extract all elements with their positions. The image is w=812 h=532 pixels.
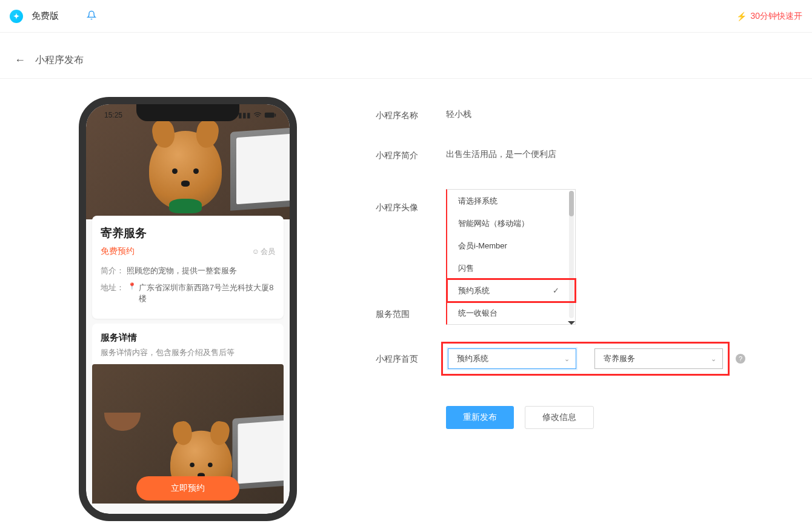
button-row: 重新发布 修改信息 <box>446 406 812 429</box>
svg-rect-1 <box>275 114 276 117</box>
price-tag: 免费预约 <box>101 246 135 257</box>
intro-label: 小程序简介 <box>376 149 446 161</box>
bell-icon[interactable] <box>87 10 96 22</box>
service-title: 寄养服务 <box>101 225 275 241</box>
intro-text: 照顾您的宠物，提供一整套服务 <box>127 265 237 276</box>
dropdown-item-placeholder[interactable]: 请选择系统 <box>447 190 575 212</box>
homepage-label: 小程序首页 <box>376 353 446 365</box>
wifi-icon <box>253 112 262 118</box>
bolt-icon: ⚡ <box>736 12 747 21</box>
dropdown-item-booking[interactable]: 预约系统 ✓ <box>447 279 575 302</box>
phone-screen: 15:25 ▮▮▮ 寄养服务 <box>86 104 290 514</box>
phone-preview-column: 15:25 ▮▮▮ 寄养服务 <box>0 97 376 521</box>
homepage-row: 小程序首页 预约系统 ⌄ 寄养服务 ⌄ ? <box>376 342 812 376</box>
hero-laptop <box>230 127 290 211</box>
form-column: 小程序名称 轻小栈 小程序简介 出售生活用品，是一个便利店 小程序头像 请选择系… <box>376 97 812 521</box>
addr-text: 广东省深圳市新西路7号兰光科技大厦8楼 <box>139 282 275 304</box>
homepage-select-group: 预约系统 ⌄ 寄养服务 ⌄ <box>441 342 730 376</box>
detail-title: 服务详情 <box>101 332 275 344</box>
detail-sub: 服务详情内容，包含服务介绍及售后等 <box>101 347 275 358</box>
dropdown-item-booking-label: 预约系统 <box>458 285 490 296</box>
homepage-page-value: 寄养服务 <box>604 353 635 364</box>
check-icon: ✓ <box>553 286 559 295</box>
book-now-button[interactable]: 立即预约 <box>136 476 239 500</box>
addr-label: 地址： <box>101 282 124 304</box>
page-title: 小程序发布 <box>35 54 84 67</box>
version-label: 免费版 <box>32 10 59 22</box>
svg-rect-0 <box>265 113 275 118</box>
dropdown-item-cashier[interactable]: 统一收银台 <box>447 302 575 324</box>
intro-row: 小程序简介 出售生活用品，是一个便利店 <box>376 149 812 161</box>
main-content: 15:25 ▮▮▮ 寄养服务 <box>0 79 812 532</box>
avatar-label: 小程序头像 <box>376 189 446 213</box>
address-line: 地址： 📍 广东省深圳市新西路7号兰光科技大厦8楼 <box>101 282 275 304</box>
member-text: 会员 <box>261 247 275 257</box>
name-value: 轻小栈 <box>446 109 471 120</box>
dropdown-item-member[interactable]: 会员i-Member <box>447 234 575 257</box>
battery-icon <box>264 112 276 118</box>
system-dropdown[interactable]: 请选择系统 智能网站（移动端） 会员i-Member 闪售 预约系统 ✓ 统一收… <box>446 189 576 325</box>
status-icons: ▮▮▮ <box>238 111 276 119</box>
quick-start-text: 30分钟快速开 <box>750 11 802 22</box>
quick-start-link[interactable]: ⚡ 30分钟快速开 <box>736 11 802 22</box>
service-card: 寄养服务 免费预约 ☺ 会员 简介： 照顾您的宠物，提供一整套服务 地址： <box>92 216 284 319</box>
phone-frame: 15:25 ▮▮▮ 寄养服务 <box>79 97 297 521</box>
avatar-row: 小程序头像 请选择系统 智能网站（移动端） 会员i-Member 闪售 预约系统… <box>376 189 812 325</box>
chevron-down-icon: ⌄ <box>711 355 716 363</box>
homepage-page-select[interactable]: 寄养服务 ⌄ <box>594 348 723 369</box>
intro-label: 简介： <box>101 265 124 276</box>
status-time: 15:25 <box>104 111 122 119</box>
dropdown-item-flash[interactable]: 闪售 <box>447 257 575 279</box>
chevron-down-icon: ⌄ <box>564 355 570 363</box>
hero-dog <box>149 131 222 210</box>
name-row: 小程序名称 轻小栈 <box>376 109 812 121</box>
homepage-system-select[interactable]: 预约系统 ⌄ <box>448 348 576 369</box>
logo-icon: ✦ <box>10 10 23 23</box>
dropdown-item-website[interactable]: 智能网站（移动端） <box>447 212 575 234</box>
pin-icon: 📍 <box>128 282 136 304</box>
republish-button[interactable]: 重新发布 <box>446 406 514 429</box>
phone-notch <box>136 104 239 121</box>
top-bar: ✦ 免费版 ⚡ 30分钟快速开 <box>0 0 812 33</box>
chevron-down-icon <box>568 321 575 325</box>
member-tag: ☺ 会员 <box>252 247 275 257</box>
service-sub-row: 免费预约 ☺ 会员 <box>101 246 275 257</box>
edit-info-button[interactable]: 修改信息 <box>525 406 594 429</box>
help-icon[interactable]: ? <box>736 354 745 364</box>
homepage-system-value: 预约系统 <box>457 353 488 364</box>
page-header: ← 小程序发布 <box>0 42 812 79</box>
intro-line: 简介： 照顾您的宠物，提供一整套服务 <box>101 265 275 276</box>
signal-icon: ▮▮▮ <box>238 111 251 119</box>
back-arrow-icon[interactable]: ← <box>15 54 25 67</box>
person-icon: ☺ <box>252 247 259 256</box>
name-label: 小程序名称 <box>376 109 446 121</box>
intro-value: 出售生活用品，是一个便利店 <box>446 149 556 160</box>
